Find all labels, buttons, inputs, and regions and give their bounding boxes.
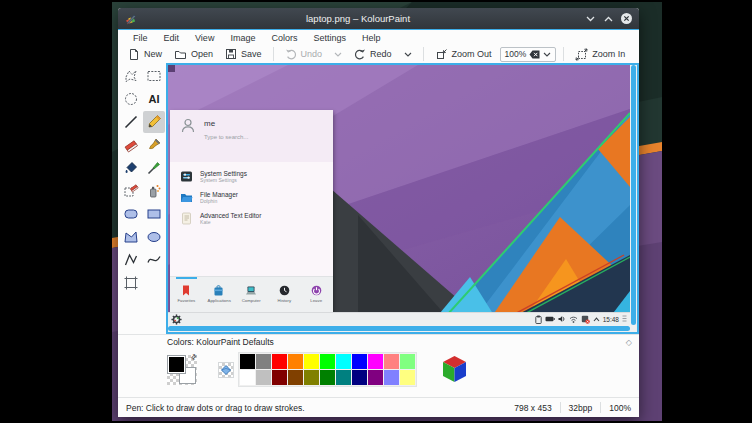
palette-color-cell[interactable] xyxy=(304,370,319,385)
menu-file[interactable]: File xyxy=(126,32,155,44)
new-button[interactable]: New xyxy=(124,47,166,62)
image-launcher-menu: me Type to search... System SettingsSyst… xyxy=(170,110,333,312)
menu-colors[interactable]: Colors xyxy=(264,32,304,44)
tool-connected-lines[interactable] xyxy=(120,249,142,271)
launcher-app-list: System SettingsSystem Settings File Mana… xyxy=(170,162,333,276)
menu-settings[interactable]: Settings xyxy=(306,32,353,44)
canvas-image[interactable]: me Type to search... System SettingsSyst… xyxy=(168,65,630,325)
save-button[interactable]: Save xyxy=(221,47,266,61)
applications-icon xyxy=(213,285,224,296)
tool-rectangle[interactable] xyxy=(143,203,165,225)
status-color-depth: 32bpp xyxy=(569,403,593,413)
palette-color-cell[interactable] xyxy=(288,354,303,369)
text-editor-icon xyxy=(180,212,193,225)
launcher-tab-leave: Leave xyxy=(300,277,333,312)
foreground-color-swatch[interactable] xyxy=(168,356,185,373)
swap-colors-icon[interactable]: ⇄ xyxy=(189,352,199,362)
launcher-tab-bar: Favorites Applications Computer His xyxy=(170,276,333,312)
minimize-button[interactable] xyxy=(583,12,597,26)
palette-color-cell[interactable] xyxy=(320,370,335,385)
tray-expand-chevron-icon xyxy=(593,317,600,322)
zoom-out-icon xyxy=(435,48,448,61)
palette-color-cell[interactable] xyxy=(400,370,415,385)
vertical-scrollbar-slider[interactable] xyxy=(631,65,636,325)
palette-color-cell[interactable] xyxy=(288,370,303,385)
palette-color-cell[interactable] xyxy=(304,354,319,369)
undo-dropdown[interactable] xyxy=(330,51,346,58)
clipboard-icon xyxy=(535,315,542,324)
colors-collapse-icon[interactable]: ◇ xyxy=(626,338,632,347)
palette-color-cell[interactable] xyxy=(368,370,383,385)
zoom-combobox[interactable]: 100% xyxy=(500,47,557,62)
menu-edit[interactable]: Edit xyxy=(157,32,187,44)
menu-image[interactable]: Image xyxy=(223,32,262,44)
palette-color-cell[interactable] xyxy=(368,354,383,369)
maximize-button[interactable] xyxy=(601,12,615,26)
palette-color-cell[interactable] xyxy=(320,354,335,369)
undo-button[interactable]: Undo xyxy=(281,47,327,61)
titlebar[interactable]: laptop.png – KolourPaint xyxy=(118,8,639,30)
tool-eraser[interactable] xyxy=(120,134,142,156)
tool-rectangular-selection[interactable] xyxy=(143,65,165,87)
vertical-scrollbar[interactable] xyxy=(630,65,637,325)
horizontal-scrollbar-slider[interactable] xyxy=(168,326,630,331)
tool-elliptical-selection[interactable] xyxy=(120,88,142,110)
color-palette xyxy=(238,352,417,387)
zoom-tool-icon xyxy=(123,275,139,291)
palette-color-cell[interactable] xyxy=(256,354,271,369)
zoom-in-button[interactable]: Zoom In xyxy=(571,47,629,62)
status-image-dimensions: 798 x 453 xyxy=(514,403,551,413)
tool-pen[interactable] xyxy=(143,111,165,133)
tool-brush[interactable] xyxy=(143,134,165,156)
brush-tool-icon xyxy=(146,137,162,153)
tool-spraycan[interactable] xyxy=(143,180,165,202)
open-button[interactable]: Open xyxy=(170,48,217,61)
palette-color-cell[interactable] xyxy=(272,354,287,369)
redo-dropdown[interactable] xyxy=(400,51,416,58)
image-taskbar: 15:48 xyxy=(168,312,630,325)
menu-view[interactable]: View xyxy=(188,32,221,44)
palette-color-cell[interactable] xyxy=(256,370,271,385)
tool-color-eraser[interactable] xyxy=(120,180,142,202)
zoom-out-button[interactable]: Zoom Out xyxy=(431,47,496,62)
horizontal-scrollbar[interactable] xyxy=(168,325,630,332)
palette-color-cell[interactable] xyxy=(240,370,255,385)
tool-zoom[interactable] xyxy=(120,272,142,294)
taskbar-clock: 15:48 xyxy=(603,316,619,323)
tool-polygon[interactable] xyxy=(120,226,142,248)
redo-button[interactable]: Redo xyxy=(350,47,396,61)
palette-color-cell[interactable] xyxy=(272,370,287,385)
chevron-down-icon xyxy=(334,52,342,57)
tool-free-form-selection[interactable] xyxy=(120,65,142,87)
palette-color-cell[interactable] xyxy=(336,370,351,385)
palette-color-cell[interactable] xyxy=(336,354,351,369)
palette-color-cell[interactable] xyxy=(352,354,367,369)
transparent-diamond-icon xyxy=(221,365,231,375)
foreground-background-swatch[interactable]: ⇄ xyxy=(167,355,197,385)
tool-flood-fill[interactable] xyxy=(120,157,142,179)
transparent-color-cell[interactable] xyxy=(218,362,234,378)
tool-line[interactable] xyxy=(120,111,142,133)
tool-box: AI xyxy=(118,63,166,334)
ellipse-icon xyxy=(146,229,162,245)
volume-icon xyxy=(558,315,566,323)
leave-power-icon xyxy=(311,285,322,296)
tool-text[interactable]: AI xyxy=(143,88,165,110)
palette-color-cell[interactable] xyxy=(384,354,399,369)
palette-color-cell[interactable] xyxy=(384,370,399,385)
undo-icon xyxy=(285,48,297,60)
tool-rounded-rectangle[interactable] xyxy=(120,203,142,225)
palette-color-cell[interactable] xyxy=(400,354,415,369)
tool-color-picker[interactable] xyxy=(143,157,165,179)
tool-curve[interactable] xyxy=(143,249,165,271)
palette-color-cell[interactable] xyxy=(352,370,367,385)
color-similarity-cube-icon[interactable] xyxy=(441,355,468,384)
menu-help[interactable]: Help xyxy=(355,32,388,44)
new-file-icon xyxy=(128,48,140,61)
toolbar-separator xyxy=(563,47,564,61)
palette-color-cell[interactable] xyxy=(240,354,255,369)
scrollbar-corner xyxy=(630,325,637,332)
launcher-user-name: me xyxy=(204,119,248,128)
tool-ellipse[interactable] xyxy=(143,226,165,248)
close-button[interactable] xyxy=(619,12,633,26)
